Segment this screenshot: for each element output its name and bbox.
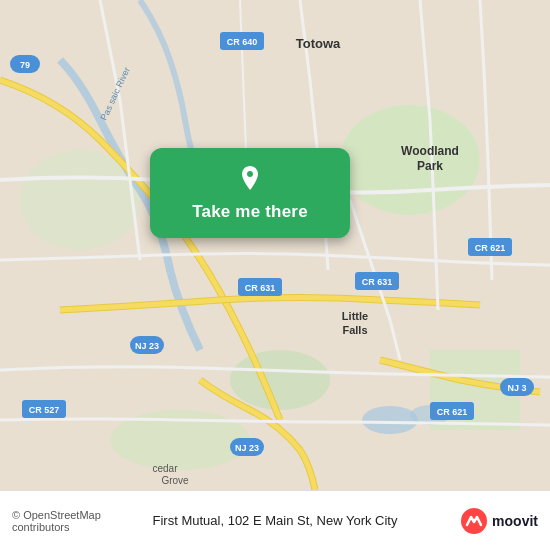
svg-text:CR 640: CR 640: [227, 37, 258, 47]
take-me-there-button[interactable]: Take me there: [150, 148, 350, 238]
bottom-bar: © OpenStreetMap contributors First Mutua…: [0, 490, 550, 550]
moovit-text: moovit: [492, 513, 538, 529]
svg-text:79: 79: [20, 60, 30, 70]
button-label: Take me there: [192, 202, 308, 222]
map-svg: CR 640 CR 631 CR 631 CR 621 CR 621 CR 52…: [0, 0, 550, 490]
svg-text:Woodland: Woodland: [401, 144, 459, 158]
svg-text:Falls: Falls: [342, 324, 367, 336]
svg-text:cedar: cedar: [152, 463, 178, 474]
svg-text:CR 621: CR 621: [437, 407, 468, 417]
svg-text:CR 527: CR 527: [29, 405, 60, 415]
svg-text:NJ 23: NJ 23: [235, 443, 259, 453]
svg-text:Park: Park: [417, 159, 443, 173]
address-text: First Mutual, 102 E Main St, New York Ci…: [148, 513, 403, 528]
svg-text:Little: Little: [342, 310, 368, 322]
moovit-logo: moovit: [411, 507, 539, 535]
location-pin-icon: [234, 164, 266, 196]
svg-text:CR 631: CR 631: [245, 283, 276, 293]
svg-point-3: [230, 350, 330, 410]
svg-point-6: [362, 406, 418, 434]
svg-text:CR 631: CR 631: [362, 277, 393, 287]
map-container: CR 640 CR 631 CR 631 CR 621 CR 621 CR 52…: [0, 0, 550, 490]
svg-text:NJ 3: NJ 3: [507, 383, 526, 393]
svg-point-1: [340, 105, 480, 215]
svg-text:Grove: Grove: [161, 475, 189, 486]
svg-text:Totowa: Totowa: [296, 36, 341, 51]
copyright-text: © OpenStreetMap contributors: [12, 509, 140, 533]
svg-text:NJ 23: NJ 23: [135, 341, 159, 351]
svg-text:CR 621: CR 621: [475, 243, 506, 253]
moovit-icon: [460, 507, 488, 535]
